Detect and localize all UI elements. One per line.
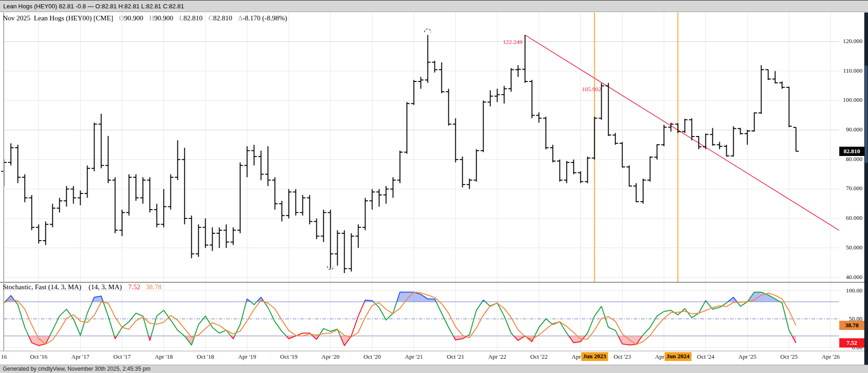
price-axis-label: 120.000 <box>840 37 862 45</box>
price-axis-label: 80.000 <box>840 155 862 163</box>
chart-canvas[interactable] <box>0 0 868 373</box>
delta-label: Δ <box>238 14 243 22</box>
time-axis-tick-label: Apr '26 <box>822 353 840 361</box>
footer-bar: Generated by cmdtyView, November 30th 20… <box>0 365 868 373</box>
stochastic-d-value: 38.78 <box>146 283 162 291</box>
time-axis-tick-label: Oct '21 <box>447 353 464 361</box>
window-title-bar: Lean Hogs (HEY00) 82.81 -0.8 — O:82.81 H… <box>0 0 868 12</box>
trendline-start-price-label: 122.249 <box>492 38 522 46</box>
close-label: C <box>208 14 213 22</box>
stochastic-header: Stochastic, Fast (14, 3, MA) (14, 3, MA)… <box>3 283 162 291</box>
time-axis-tick-label: Oct '25 <box>780 353 798 361</box>
stochastic-axis-label: 100.00 <box>840 287 862 294</box>
stochastic-k-badge: 7.52 <box>839 338 864 348</box>
event-badge-jun-2023[interactable]: Jun 2023 <box>581 352 608 361</box>
time-axis-tick-label: Oct '24 <box>697 353 714 361</box>
time-axis-tick-label: Oct '17 <box>113 353 131 361</box>
footer-text: Generated by cmdtyView, November 30th 20… <box>3 366 151 372</box>
event-badge-jun-2024[interactable]: Jun 2024 <box>664 352 691 361</box>
time-axis-tick-label: Apr '17 <box>71 353 89 361</box>
window-title: Lean Hogs (HEY00) 82.81 -0.8 — O:82.81 H… <box>3 3 184 10</box>
price-axis-label: 90.000 <box>840 126 862 133</box>
stochastic-name: Stochastic, Fast (14, 3, MA) <box>3 283 82 291</box>
scrollbar-thumb[interactable] <box>865 66 868 163</box>
time-axis-tick-label: Oct '23 <box>614 353 631 361</box>
price-axis-label: 100.000 <box>840 96 862 104</box>
high-value: 90.900 <box>154 14 173 22</box>
time-axis-tick-label: Apr '21 <box>405 353 423 361</box>
delta-value: -8.170 (-8.98%) <box>243 14 287 22</box>
stochastic-k-value: 7.52 <box>128 283 140 291</box>
price-axis-label: 40.000 <box>840 274 862 281</box>
price-axis-label: 60.000 <box>840 214 862 222</box>
low-value: 82.810 <box>183 14 202 22</box>
time-axis-tick-label: Apr '22 <box>488 353 506 361</box>
right-scrollbar[interactable] <box>864 12 868 373</box>
chart-header: Nov 2025 Lean Hogs (HEY00) [CME] O90.900… <box>3 14 287 22</box>
symbol-label: Lean Hogs (HEY00) [CME] <box>34 14 113 22</box>
contract-label: Nov 2025 <box>3 14 31 22</box>
stochastic-d-badge: 38.78 <box>839 321 864 330</box>
open-label: O <box>119 14 124 22</box>
time-axis-tick-label: Apr '20 <box>321 353 340 361</box>
price-axis-label: 50.000 <box>840 244 862 251</box>
last-price-badge: 82.810 <box>839 147 864 156</box>
close-value: 82.810 <box>213 14 232 22</box>
time-axis-tick-label: Oct '19 <box>280 353 297 361</box>
time-axis-tick-label: Oct '16 <box>30 353 47 361</box>
time-axis-tick-label: Oct '22 <box>530 353 547 361</box>
open-value: 90.900 <box>124 14 143 22</box>
time-axis-tick-label: Apr '25 <box>738 353 756 361</box>
price-axis-label: 110.000 <box>840 67 862 75</box>
high-label: H <box>149 14 154 22</box>
time-axis-tick-label: Oct '20 <box>364 353 381 361</box>
stochastic-params: (14, 3, MA) <box>88 283 122 291</box>
price-axis-label: 70.000 <box>840 185 862 192</box>
time-axis-tick-label: Apr '18 <box>155 353 173 361</box>
low-label: L <box>179 14 183 22</box>
time-axis-tick-label: Apr '19 <box>238 353 256 361</box>
time-axis-tick-label: 16 <box>1 353 7 361</box>
trendline-mid-price-label: 105.902 <box>582 86 601 93</box>
time-axis-tick-label: Oct '18 <box>197 353 214 361</box>
